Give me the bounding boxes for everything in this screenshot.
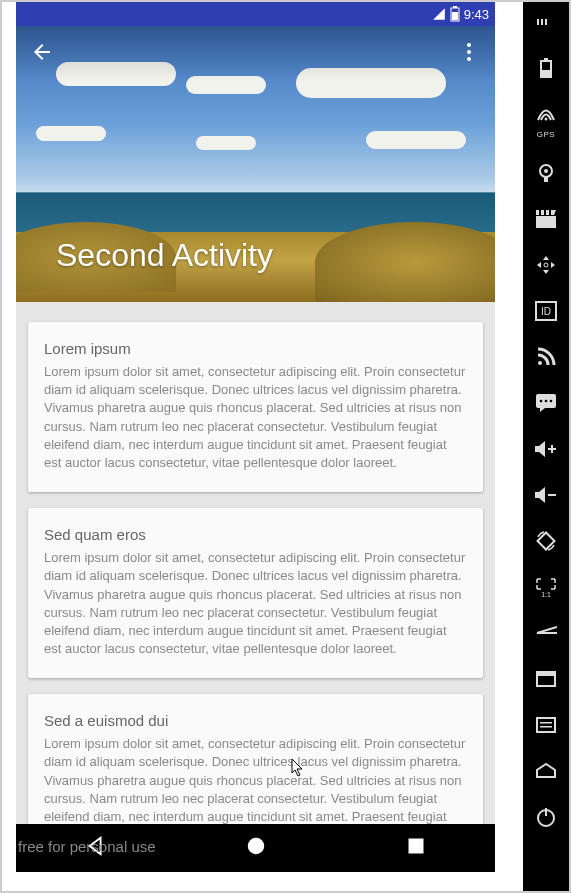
svg-rect-13 (542, 70, 550, 76)
gps-label: GPS (537, 130, 555, 139)
aspect-ratio-icon[interactable]: 1:1 (534, 575, 558, 599)
back-button[interactable] (30, 40, 54, 68)
svg-rect-37 (540, 722, 552, 724)
svg-point-14 (545, 118, 548, 121)
card-title: Lorem ipsum (44, 340, 467, 357)
id-icon[interactable]: ID (534, 299, 558, 323)
svg-rect-32 (548, 494, 556, 496)
svg-rect-10 (545, 19, 547, 25)
volume-down-icon[interactable] (534, 483, 558, 507)
svg-point-27 (540, 400, 543, 403)
card-title: Sed a euismod dui (44, 712, 467, 729)
content-scroll[interactable]: Lorem ipsum Lorem ipsum dolor sit amet, … (16, 302, 495, 824)
page-title: Second Activity (56, 237, 273, 274)
sms-icon[interactable] (534, 391, 558, 415)
volume-up-icon[interactable] (534, 437, 558, 461)
card-body: Lorem ipsum dolor sit amet, consectetur … (44, 363, 467, 472)
card-title: Sed quam eros (44, 526, 467, 543)
status-bar: 9:43 (16, 2, 495, 26)
emulator-sidebar: GPS ID 1:1 (523, 2, 569, 891)
svg-text:ID: ID (541, 306, 551, 317)
card-body: Lorem ipsum dolor sit amet, consectetur … (44, 735, 467, 824)
gps-icon[interactable] (534, 102, 558, 126)
svg-rect-31 (551, 445, 553, 453)
svg-point-28 (545, 400, 548, 403)
android-navbar (16, 824, 495, 872)
svg-rect-8 (537, 19, 539, 25)
svg-rect-9 (541, 19, 543, 25)
more-icon[interactable] (534, 10, 558, 34)
svg-point-16 (544, 169, 548, 173)
svg-rect-19 (539, 210, 541, 215)
svg-rect-7 (409, 839, 422, 852)
rss-icon[interactable] (534, 345, 558, 369)
svg-rect-36 (537, 718, 555, 732)
dpad-icon[interactable] (534, 253, 558, 277)
svg-point-29 (550, 400, 553, 403)
svg-rect-18 (536, 216, 556, 228)
card: Lorem ipsum Lorem ipsum dolor sit amet, … (28, 322, 483, 492)
svg-rect-21 (549, 210, 551, 215)
svg-rect-2 (452, 12, 458, 20)
svg-rect-12 (544, 58, 548, 61)
nav-home-button[interactable] (245, 835, 267, 861)
status-time: 9:43 (464, 7, 489, 22)
clapperboard-icon[interactable] (534, 207, 558, 231)
emu-back-icon[interactable] (534, 621, 558, 645)
svg-rect-35 (537, 672, 555, 676)
overflow-menu-button[interactable] (457, 40, 481, 68)
svg-point-3 (467, 43, 471, 47)
card-body: Lorem ipsum dolor sit amet, consectetur … (44, 549, 467, 658)
rotate-icon[interactable] (534, 529, 558, 553)
svg-rect-40 (545, 808, 547, 816)
battery-icon (450, 6, 460, 22)
svg-point-22 (544, 263, 548, 267)
svg-point-25 (538, 361, 542, 365)
svg-rect-17 (544, 177, 548, 182)
svg-point-4 (467, 50, 471, 54)
battery-icon[interactable] (534, 56, 558, 80)
svg-point-5 (467, 57, 471, 61)
header-image: Second Activity (16, 26, 495, 302)
home-outline-icon[interactable] (534, 759, 558, 783)
card: Sed quam eros Lorem ipsum dolor sit amet… (28, 508, 483, 678)
svg-rect-20 (544, 210, 546, 215)
power-icon[interactable] (534, 805, 558, 829)
nav-recent-button[interactable] (406, 836, 426, 860)
signal-icon (432, 7, 446, 21)
camera-icon[interactable] (534, 161, 558, 185)
nav-back-button[interactable] (85, 835, 107, 861)
svg-rect-1 (453, 6, 457, 8)
card: Sed a euismod dui Lorem ipsum dolor sit … (28, 694, 483, 824)
svg-rect-38 (540, 726, 552, 728)
menu-icon[interactable] (534, 713, 558, 737)
svg-point-6 (249, 839, 264, 854)
window-icon[interactable] (534, 667, 558, 691)
